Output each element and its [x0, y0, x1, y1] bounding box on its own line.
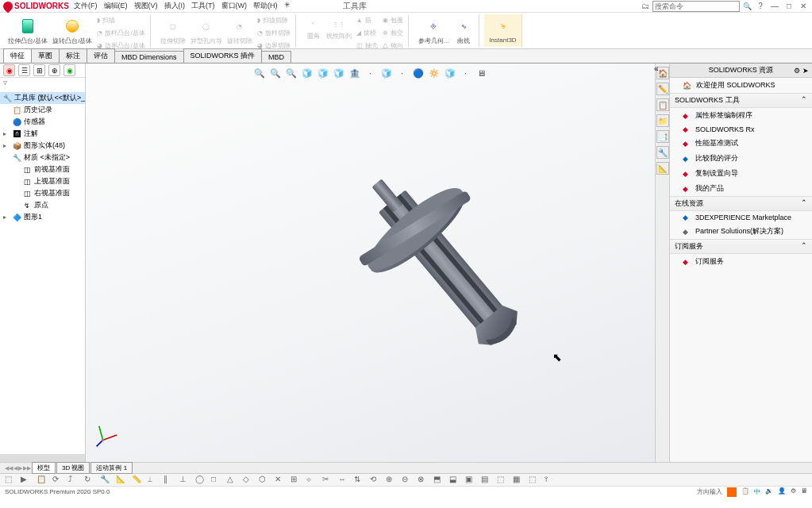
3d-viewport[interactable]: 🔍🔍🔍🧊🧊🧊🏦·🧊·🔵🔅🧊·🖥 [86, 64, 655, 462]
menu-window[interactable]: 窗口(W) [219, 1, 250, 10]
menu-help[interactable]: 帮助(H) [251, 1, 280, 10]
view-tool-11[interactable]: 🔅 [428, 67, 441, 79]
sketch-tool-15[interactable]: ◇ [243, 475, 254, 486]
resources-link[interactable]: ◆Partner Solutions(解决方案) [670, 224, 812, 239]
tree-item[interactable]: 📋历史记录 [0, 104, 85, 116]
view-tool-10[interactable]: 🔵 [412, 67, 425, 79]
sketch-tool-16[interactable]: ⬡ [259, 475, 270, 486]
hole-wizard-button[interactable]: ◯ 异型孔向导 [189, 14, 224, 47]
view-tool-5[interactable]: 🧊 [333, 67, 345, 79]
task-tab-5[interactable]: 🔧 [656, 146, 669, 159]
resources-section-header[interactable]: SOLIDWORKS 工具⌃ [670, 93, 812, 108]
minimize-button[interactable]: — [769, 1, 780, 12]
tab-first-icon[interactable]: ◀◀ [5, 465, 13, 471]
sketch-tool-28[interactable]: ⬓ [449, 475, 460, 486]
view-triad[interactable] [95, 422, 121, 448]
sketch-tool-22[interactable]: ⇅ [354, 475, 365, 486]
sketch-tool-24[interactable]: ⊕ [386, 475, 397, 486]
menu-file[interactable]: 文件(F) [71, 1, 100, 10]
view-tool-3[interactable]: 🧊 [301, 67, 314, 79]
rib-button[interactable]: ▲筋 [355, 14, 379, 26]
config-manager-icon[interactable]: ⊞ [33, 64, 45, 76]
close-button[interactable]: ✕ [798, 1, 809, 12]
tab-mbd-dimensions[interactable]: MBD Dimensions [114, 51, 184, 63]
bottom-tab-motion[interactable]: 运动算例 1 [90, 462, 133, 474]
sketch-tool-27[interactable]: ⬒ [433, 475, 444, 486]
tree-arrow-icon[interactable]: ▸ [3, 142, 10, 149]
filter-icon[interactable]: ▿ [3, 78, 7, 87]
tree-item[interactable]: ▸🔷图形1 [0, 211, 85, 223]
tree-item[interactable]: 🔵传感器 [0, 116, 85, 128]
loft-button[interactable]: ◔放样凸台/基体 [95, 27, 146, 39]
curves-button[interactable]: ∿ 曲线 [452, 14, 475, 47]
sketch-tool-23[interactable]: ⟲ [370, 475, 381, 486]
menu-edit[interactable]: 编辑(E) [102, 1, 130, 10]
sweep-button[interactable]: ◗扫描 [95, 14, 146, 26]
resources-link[interactable]: ◆性能基准测试 [670, 136, 812, 151]
wrap-button[interactable]: ◉包覆 [381, 14, 405, 26]
task-tab-3[interactable]: 📁 [656, 114, 669, 127]
sketch-tool-5[interactable]: ↻ [84, 475, 95, 486]
tab-features[interactable]: 特征 [3, 48, 32, 63]
tab-last-icon[interactable]: ▶▶ [23, 465, 31, 471]
sketch-tool-30[interactable]: ▤ [481, 475, 492, 486]
feature-manager-icon[interactable]: ◉ [3, 64, 15, 76]
tree-root[interactable]: 🔧 工具库 (默认<<默认>_显示 [0, 92, 85, 104]
collapse-icon[interactable]: « [654, 64, 667, 77]
sketch-tool-1[interactable]: ▶ [21, 475, 32, 486]
feature-scrollbar[interactable] [0, 454, 85, 462]
sketch-tool-3[interactable]: ⟳ [52, 475, 63, 486]
menu-insert[interactable]: 插入(I) [162, 1, 188, 10]
help-button[interactable]: ? [755, 1, 766, 12]
tree-arrow-icon[interactable]: ▸ [3, 130, 10, 137]
mirror-button[interactable]: ⧋镜向 [381, 40, 405, 52]
extrude-button[interactable]: 拉伸凸台/基体 [6, 14, 49, 47]
tray-gear-icon[interactable]: ⚙ [791, 487, 796, 497]
revolve-button[interactable]: 旋转凸台/基体 [51, 14, 94, 47]
tab-evaluate[interactable]: 评估 [87, 48, 115, 63]
tab-prev-icon[interactable]: ◀ [13, 465, 17, 471]
sketch-tool-33[interactable]: ⬚ [529, 475, 540, 486]
view-tool-8[interactable]: 🧊 [380, 67, 393, 79]
tray-net-icon[interactable]: 👤 [778, 487, 786, 497]
view-tool-4[interactable]: 🧊 [317, 67, 329, 79]
sketch-tool-21[interactable]: ↔ [338, 475, 349, 486]
tree-item[interactable]: ↯原点 [0, 199, 85, 211]
view-tool-12[interactable]: 🧊 [444, 67, 456, 79]
resources-link[interactable]: ◆复制设置向导 [670, 166, 812, 181]
sketch-tool-12[interactable]: ◯ [195, 475, 206, 486]
3d-model[interactable] [332, 151, 554, 373]
resources-link[interactable]: ◆我的产品 [670, 181, 812, 196]
tab-next-icon[interactable]: ▶ [18, 465, 22, 471]
view-tool-6[interactable]: 🏦 [348, 67, 361, 79]
sketch-tool-14[interactable]: △ [227, 475, 238, 486]
sketch-tool-7[interactable]: 📐 [116, 475, 127, 486]
sketch-tool-13[interactable]: □ [211, 475, 222, 486]
sketch-tool-26[interactable]: ⊗ [418, 475, 429, 486]
menu-view[interactable]: 视图(V) [132, 1, 160, 10]
view-tool-9[interactable]: · [396, 67, 409, 79]
tree-item[interactable]: ◫右视基准面 [0, 187, 85, 199]
view-tool-2[interactable]: 🔍 [285, 67, 298, 79]
tab-markup[interactable]: 标注 [59, 48, 87, 63]
tray-sound-icon[interactable]: 🔉 [765, 487, 773, 497]
sketch-tool-34[interactable]: ⫯ [545, 475, 556, 486]
sketch-tool-31[interactable]: ⬚ [497, 475, 508, 486]
search-glass-icon[interactable]: 🔍 [743, 2, 752, 10]
pin-icon[interactable]: ➤ [802, 67, 809, 75]
sketch-tool-11[interactable]: ⊥ [179, 475, 190, 486]
tree-arrow-icon[interactable]: ▸ [3, 214, 10, 221]
tray-lang-icon[interactable]: 📋 [741, 487, 749, 497]
task-tab-2[interactable]: 📋 [656, 98, 669, 111]
sketch-tool-20[interactable]: ✂ [322, 475, 333, 486]
sketch-tool-19[interactable]: ⟐ [306, 475, 317, 486]
resources-link[interactable]: ◆SOLIDWORKS Rx [670, 123, 812, 136]
view-tool-14[interactable]: 🖥 [475, 67, 488, 79]
gear-icon[interactable]: ⚙ [794, 67, 800, 75]
sketch-tool-4[interactable]: ⤴ [68, 475, 79, 486]
resources-link[interactable]: ◆属性标签编制程序 [670, 108, 812, 123]
dimxpert-icon[interactable]: ⊕ [48, 64, 60, 76]
tray-ime-icon[interactable]: 中 [754, 487, 760, 497]
bottom-tab-model[interactable]: 模型 [32, 462, 56, 474]
resources-link[interactable]: ◆比较我的评分 [670, 151, 812, 166]
